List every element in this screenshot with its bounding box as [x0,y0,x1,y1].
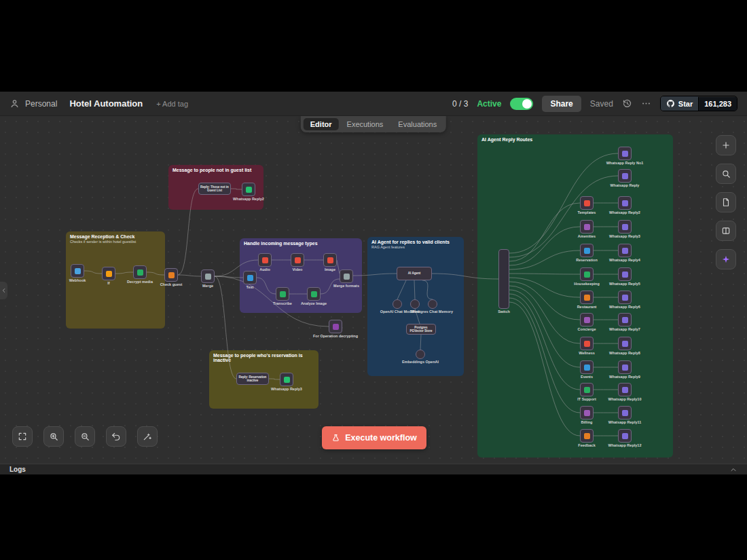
node-route-it-support[interactable]: IT Support [580,383,594,396]
node-wa-11[interactable]: Whatsapp Reply11 [618,406,632,419]
node-route-billing[interactable]: Billing [580,406,594,419]
node-wa-9[interactable]: Whatsapp Reply9 [618,360,632,374]
node-wa-7[interactable]: Whatsapp Reply7 [618,313,632,326]
workflow-canvas[interactable]: Message Reception & CheckChecks if sende… [0,116,747,464]
ai-assistant-button[interactable] [716,249,736,269]
workspace-name[interactable]: Personal [25,99,57,109]
more-menu-icon[interactable] [641,98,651,109]
node-merge-formats[interactable]: Merge formats [340,269,353,283]
node-think[interactable]: Think [410,299,420,309]
node-label: Templates [578,210,596,214]
logs-label: Logs [10,466,26,473]
search-button[interactable] [716,164,736,184]
node-video[interactable]: Video [291,253,304,267]
node-reply-not-in-guest-list[interactable]: Reply: Those not in Guest List [198,183,231,195]
add-node-button[interactable] [716,135,736,155]
chevron-left-icon [1,287,7,294]
screen: Personal Hotel Automation + Add tag 0 / … [0,0,747,560]
undo-button[interactable] [106,426,126,447]
node-merge[interactable]: Merge [201,269,215,283]
node-if[interactable]: If [102,267,115,280]
node-icon [584,410,590,416]
logs-bar[interactable]: Logs [0,464,747,474]
node-icon [584,365,590,371]
node-label: Text [247,285,254,289]
plus-icon [721,141,731,150]
node-check-guest[interactable]: Check guest [164,268,178,282]
node-decrypt-media[interactable]: Decrypt media [133,265,147,279]
node-whatsapp-reply3-bottom[interactable]: Whatsapp Reply3 [280,373,293,386]
node-label: Restaurant [577,305,597,309]
tab-evaluations[interactable]: Evaluations [391,118,443,130]
node-label: Postgres PGVector Store [407,325,435,333]
node-wa-5[interactable]: Whatsapp Reply5 [618,267,632,281]
node-route-restaurant[interactable]: Restaurant [580,291,594,304]
node-postgres-chat-memory[interactable]: Postgres Chat Memory [428,299,437,309]
node-route-wellness[interactable]: Wellness [580,337,594,350]
node-analyze-image[interactable]: Analyze Image [307,287,321,301]
node-icon [584,341,590,347]
node-icon [168,272,175,278]
notes-button[interactable] [716,192,736,212]
group-title: AI Agent for replies to valid clients [371,240,460,244]
node-label: Feedback [578,443,595,447]
node-wa-8[interactable]: Whatsapp Reply8 [618,337,632,350]
node-label: Merge formats [333,284,359,288]
node-icon [622,433,628,439]
panel-collapse-chevron[interactable] [0,282,7,299]
node-route-concierge[interactable]: Concierge [580,313,594,326]
active-toggle[interactable] [510,98,533,110]
tidy-up-button[interactable] [137,426,158,447]
node-route-housekeeping[interactable]: Housekeeping [580,267,594,281]
github-star-widget[interactable]: Star 161,283 [660,96,737,111]
node-openai-chat-model[interactable]: OpenAI Chat Model [393,299,402,309]
node-text[interactable]: Text [243,271,257,284]
zoom-to-fit-button[interactable] [12,426,33,447]
node-wa-2[interactable]: Whatsapp Reply2 [618,196,632,210]
node-wa-no1[interactable]: Whatsapp Reply No1 [618,147,632,160]
node-wa-r1[interactable]: Whatsapp Reply [618,169,632,183]
node-embeddings-openai[interactable]: Embeddings OpenAI [416,350,425,359]
node-audio[interactable]: Audio [258,253,272,267]
node-wa-10[interactable]: Whatsapp Reply10 [618,383,632,396]
node-pgvector-store[interactable]: Postgres PGVector Store [406,324,436,335]
tab-executions[interactable]: Executions [340,118,390,130]
node-wa-12[interactable]: Whatsapp Reply12 [618,429,632,443]
node-label: Webhook [69,278,86,282]
node-transcribe[interactable]: Transcribe [276,287,289,301]
node-ai-agent[interactable]: AI Agent [397,267,432,280]
node-reply-reservation-inactive[interactable]: Reply: Reservation inactive [236,373,269,385]
github-star-button[interactable]: Star [661,96,698,111]
logs-expand-icon[interactable] [729,466,737,474]
node-icon [622,317,628,323]
node-icon [205,274,211,280]
node-whatsapp-reply2-top[interactable]: Whatsapp Reply2 [242,183,255,196]
node-icon [622,295,628,301]
layout-button[interactable] [716,221,736,241]
add-tag-button[interactable]: + Add tag [156,100,188,108]
group-title: Message Reception & Check [70,234,161,239]
node-route-templates[interactable]: Templates [580,196,594,210]
zoom-out-button[interactable] [75,426,95,447]
node-webhook[interactable]: Webhook [71,264,84,278]
node-icon [622,387,628,393]
node-wa-6[interactable]: Whatsapp Reply6 [618,291,632,304]
history-icon[interactable] [622,98,632,109]
node-routes-switch[interactable]: Switch [498,249,509,309]
node-route-amenities[interactable]: Amenities [580,220,594,234]
node-icon [344,274,350,280]
share-button[interactable]: Share [542,96,581,112]
node-route-feedback[interactable]: Feedback [580,429,594,443]
flask-icon [331,434,340,443]
node-wa-3[interactable]: Whatsapp Reply3 [618,220,632,234]
workflow-title[interactable]: Hotel Automation [69,98,143,109]
zoom-in-button[interactable] [43,426,64,447]
node-wa-4[interactable]: Whatsapp Reply4 [618,244,632,257]
node-label: Reply: Those not in Guest List [199,185,230,193]
node-route-reservation[interactable]: Reservation [580,244,594,257]
node-image[interactable]: Image [323,253,337,267]
node-route-events[interactable]: Events [580,360,594,374]
node-op-decrypting[interactable]: For Operation decrypting [329,320,342,333]
tab-editor[interactable]: Editor [304,118,339,130]
execute-workflow-button[interactable]: Execute workflow [322,426,426,449]
